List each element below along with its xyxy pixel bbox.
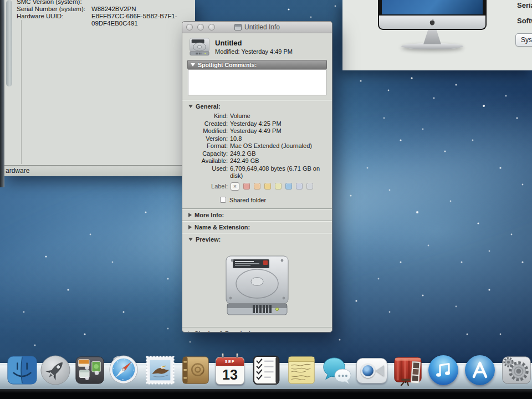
sysinfo-footer: ardware <box>4 165 195 176</box>
dock-icon-itunes[interactable] <box>428 355 459 386</box>
shared-folder-row: Shared folder <box>220 197 328 203</box>
pane-divider <box>21 20 22 164</box>
file-modified: Modified: Yesterday 4:49 PM <box>215 48 293 55</box>
sysinfo-value: E8FFB7CC-686F-5B82-B7F1-09DF4EB0C491 <box>91 13 193 27</box>
info-key: Created: <box>187 120 228 128</box>
label-swatch-purple[interactable] <box>296 183 303 190</box>
label-swatch-red[interactable] <box>243 183 250 190</box>
window-title: Untitled Info <box>244 23 280 31</box>
apple-logo-icon <box>429 19 435 25</box>
dock-icon-finder[interactable] <box>7 355 38 386</box>
imac-illustration <box>377 0 488 49</box>
sysinfo-value: W88242BV2PN <box>91 6 193 13</box>
info-key: Available: <box>187 157 228 165</box>
info-value: 249.2 GB <box>230 150 328 158</box>
disclosure-triangle-icon[interactable] <box>188 225 192 229</box>
sysinfo-label: Serial Number (system): <box>17 6 91 13</box>
about-this-mac-window: Seria Softw Sys <box>342 0 532 70</box>
label-swatch-gray[interactable] <box>306 183 313 190</box>
general-info-list: Kind:Volume Created:Yesterday 4:25 PM Mo… <box>187 112 328 181</box>
shared-folder-checkbox[interactable] <box>220 197 226 203</box>
info-key: Modified: <box>187 127 228 135</box>
label-swatch-blue[interactable] <box>285 183 292 190</box>
general-section-header[interactable]: General: <box>187 101 328 112</box>
calendar-ring <box>236 353 238 358</box>
info-key: Format: <box>187 142 228 150</box>
preview-section-header[interactable]: Preview: <box>187 234 328 245</box>
software-label-fragment: Softw <box>517 17 532 25</box>
dock-icon-notes[interactable] <box>286 355 317 386</box>
sysinfo-row: SMC Version (system): <box>17 0 193 6</box>
sysinfo-row: Serial Number (system): W88242BV2PN <box>17 6 193 13</box>
dock-icon-mail[interactable] <box>145 355 176 386</box>
imac-chin <box>379 16 485 29</box>
disclosure-triangle-icon[interactable] <box>188 213 192 217</box>
system-report-button[interactable]: Sys <box>515 33 532 47</box>
dock-icon-mission-control[interactable] <box>74 355 105 386</box>
facetime-lens <box>361 364 375 378</box>
dock-icon-system-preferences[interactable] <box>501 355 532 386</box>
monitor-bezel-bottom <box>0 389 532 399</box>
info-titlebar[interactable]: Untitled Info <box>182 22 332 33</box>
name-extension-section-header[interactable]: Name & Extension: <box>187 222 328 233</box>
info-value: 6,709,649,408 bytes (6.71 GB on disk) <box>230 165 328 180</box>
label-clear-button[interactable]: × <box>231 182 239 191</box>
close-button[interactable] <box>186 24 193 30</box>
volume-preview-icon <box>223 255 291 317</box>
info-value: Yesterday 4:49 PM <box>230 127 328 135</box>
dock-icon-messages[interactable] <box>321 355 352 386</box>
scrollbar[interactable] <box>6 0 12 86</box>
disclosure-triangle-icon[interactable] <box>188 238 193 241</box>
spotlight-comments-header[interactable]: Spotlight Comments: <box>187 60 327 69</box>
sharing-permissions-section-header[interactable]: Sharing & Permissions: <box>187 328 328 333</box>
sysinfo-value <box>91 0 193 6</box>
info-value: Volume <box>230 112 328 120</box>
zoom-button[interactable] <box>208 24 215 30</box>
dock-icon-safari[interactable] <box>108 355 139 386</box>
letter-a-icon <box>470 361 490 380</box>
info-value: Mac OS Extended (Journaled) <box>230 142 328 150</box>
dock-icon-launchpad[interactable] <box>40 355 71 386</box>
sysinfo-label: Hardware UUID: <box>17 13 91 27</box>
dock-icon-calendar[interactable]: SEP 13 <box>214 355 245 386</box>
monitor-bezel-left <box>0 0 4 187</box>
sysinfo-label: SMC Version (system): <box>17 0 91 6</box>
calendar-day: 13 <box>216 366 244 384</box>
info-key: Kind: <box>187 112 228 120</box>
volume-proxy-icon <box>234 24 242 30</box>
disclosure-triangle-icon[interactable] <box>188 331 192 333</box>
calendar-ring <box>222 353 224 358</box>
imac-display <box>382 0 483 14</box>
minimize-button[interactable] <box>197 24 204 30</box>
system-information-window: SMC Version (system): Serial Number (sys… <box>4 0 195 176</box>
dock-icon-reminders[interactable] <box>250 355 282 386</box>
label-swatch-yellow[interactable] <box>264 183 271 190</box>
disclosure-triangle-icon[interactable] <box>188 105 193 108</box>
dock-icon-contacts[interactable] <box>180 355 211 386</box>
dock-icon-photo-booth[interactable] <box>392 355 423 386</box>
calendar-month: SEP <box>216 357 244 366</box>
disclosure-triangle-icon[interactable] <box>191 63 195 66</box>
desktop: SMC Version (system): Serial Number (sys… <box>0 0 532 399</box>
info-value: Yesterday 4:25 PM <box>230 120 328 128</box>
info-key: Used: <box>187 165 228 180</box>
dock-icon-app-store[interactable] <box>464 355 495 386</box>
info-value: 10.8 <box>230 135 328 143</box>
imac-stand <box>423 30 441 44</box>
label-swatch-orange[interactable] <box>254 183 260 190</box>
info-key: Version: <box>187 135 228 143</box>
music-note-icon <box>434 361 453 380</box>
volume-icon <box>189 38 210 56</box>
info-value: 242.49 GB <box>230 157 328 165</box>
serial-label-fragment: Seria <box>517 1 532 9</box>
label-swatch-green[interactable] <box>275 183 282 190</box>
facetime-viewfinder <box>376 365 384 376</box>
preview-area <box>187 245 328 327</box>
info-key: Capacity: <box>187 150 228 158</box>
spotlight-comments-field[interactable] <box>188 69 326 95</box>
dock-icon-facetime[interactable] <box>356 355 387 386</box>
sysinfo-row: Hardware UUID: E8FFB7CC-686F-5B82-B7F1-0… <box>17 13 193 27</box>
label-row: Label: × <box>187 182 328 191</box>
more-info-section-header[interactable]: More Info: <box>187 209 328 221</box>
file-name: Untitled <box>215 39 293 47</box>
